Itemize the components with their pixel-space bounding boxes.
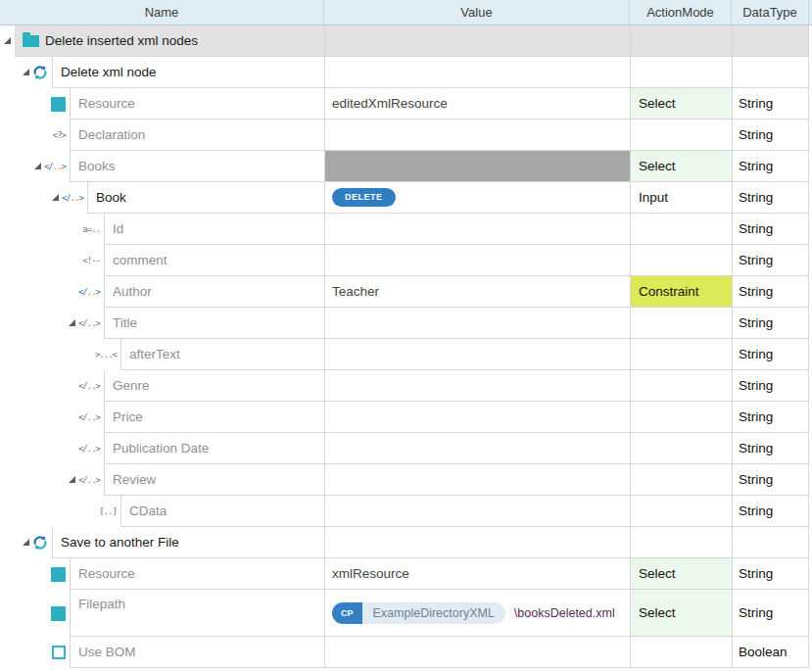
value-cell[interactable] xyxy=(324,339,630,370)
name-cell[interactable]: </..>Title xyxy=(0,308,324,339)
actionmode-cell[interactable]: Constraint xyxy=(630,276,732,308)
datatype-cell[interactable]: String xyxy=(732,120,809,151)
name-cell[interactable]: </..>Price xyxy=(0,402,324,433)
actionmode-cell[interactable] xyxy=(630,527,732,558)
datatype-cell[interactable]: String xyxy=(732,151,809,182)
actionmode-cell[interactable] xyxy=(630,370,732,402)
datatype-cell[interactable]: String xyxy=(732,370,809,402)
name-cell[interactable]: [..]CData xyxy=(0,496,324,527)
table-row[interactable]: <?>DeclarationString xyxy=(0,120,812,151)
actionmode-cell[interactable] xyxy=(630,245,732,276)
table-row[interactable]: >...<afterTextString xyxy=(0,339,812,370)
actionmode-cell[interactable]: Select xyxy=(630,558,732,590)
name-cell[interactable]: Delete xml node xyxy=(0,57,324,88)
actionmode-cell[interactable] xyxy=(630,433,732,464)
table-row[interactable]: Delete xml node xyxy=(0,57,812,88)
actionmode-cell[interactable]: Select xyxy=(630,151,732,182)
value-cell[interactable]: xmlResource xyxy=(324,558,630,590)
table-row[interactable]: </..>BookDELETEInputString xyxy=(0,182,812,214)
actionmode-cell[interactable] xyxy=(630,464,732,496)
datatype-cell[interactable]: String xyxy=(732,276,809,308)
value-cell[interactable] xyxy=(324,245,630,276)
table-row[interactable]: Use BOMBoolean xyxy=(0,637,812,668)
value-cell[interactable] xyxy=(324,214,630,245)
datatype-cell[interactable]: String xyxy=(732,88,809,120)
checkbox-unchecked-icon[interactable] xyxy=(52,646,66,659)
actionmode-cell[interactable]: Input xyxy=(630,182,732,214)
value-cell[interactable]: Teacher xyxy=(324,276,630,308)
cp-badge[interactable]: CP xyxy=(332,602,362,624)
datatype-cell[interactable]: String xyxy=(732,402,809,433)
column-header-name[interactable]: Name xyxy=(0,0,324,24)
value-cell[interactable] xyxy=(324,308,630,339)
table-row[interactable]: </..>ReviewString xyxy=(0,464,812,496)
name-cell[interactable]: Delete inserted xml nodes xyxy=(0,25,324,57)
cp-param-name[interactable]: ExampleDirectoryXML xyxy=(362,602,505,624)
actionmode-cell[interactable] xyxy=(630,402,732,433)
datatype-cell[interactable]: String xyxy=(732,558,809,590)
name-cell[interactable]: </..>Books xyxy=(0,151,324,182)
name-cell[interactable]: a=..Id xyxy=(0,214,324,245)
expander-expanded-icon[interactable] xyxy=(69,476,75,483)
expander-expanded-icon[interactable] xyxy=(69,319,75,326)
datatype-cell[interactable]: String xyxy=(732,182,809,214)
value-cell[interactable] xyxy=(324,433,630,464)
table-row[interactable]: <!--commentString xyxy=(0,245,812,276)
datatype-cell[interactable] xyxy=(732,25,809,57)
table-row[interactable]: Save to another File xyxy=(0,527,812,558)
column-header-datatype[interactable]: DataType xyxy=(732,0,809,24)
value-cell[interactable] xyxy=(324,496,630,527)
datatype-cell[interactable]: String xyxy=(732,433,809,464)
table-row[interactable]: </..>GenreString xyxy=(0,370,812,402)
table-row[interactable]: ResourceeditedXmlResourceSelectString xyxy=(0,88,812,120)
name-cell[interactable]: Resource xyxy=(0,88,324,120)
actionmode-cell[interactable]: Select xyxy=(630,590,732,637)
expander-expanded-icon[interactable] xyxy=(52,194,59,201)
name-cell[interactable]: Save to another File xyxy=(0,527,324,558)
value-cell[interactable] xyxy=(324,151,630,182)
value-cell[interactable] xyxy=(324,120,630,151)
actionmode-cell[interactable] xyxy=(630,496,732,527)
configuration-param-value[interactable]: CPExampleDirectoryXML xyxy=(332,602,505,624)
actionmode-cell[interactable] xyxy=(630,25,732,57)
value-cell[interactable]: DELETE xyxy=(324,182,630,214)
table-row[interactable]: a=..IdString xyxy=(0,214,812,245)
delete-action-badge[interactable]: DELETE xyxy=(332,188,396,207)
name-cell[interactable]: <!--comment xyxy=(0,245,324,276)
actionmode-cell[interactable] xyxy=(630,120,732,151)
actionmode-cell[interactable] xyxy=(630,214,732,245)
table-row[interactable]: </..>BooksSelectString xyxy=(0,151,812,182)
expander-expanded-icon[interactable] xyxy=(34,163,41,169)
table-row[interactable]: </..>TitleString xyxy=(0,308,812,339)
table-row[interactable]: </..>PriceString xyxy=(0,402,812,433)
column-header-value[interactable]: Value xyxy=(324,0,630,24)
name-cell[interactable]: </..>Author xyxy=(0,276,324,308)
value-cell[interactable] xyxy=(324,370,630,402)
column-header-actionmode[interactable]: ActionMode xyxy=(630,0,732,24)
name-cell[interactable]: Resource xyxy=(0,558,324,590)
datatype-cell[interactable]: String xyxy=(732,590,809,637)
table-row[interactable]: Delete inserted xml nodes xyxy=(0,25,812,57)
value-cell[interactable] xyxy=(324,637,630,668)
name-cell[interactable]: </..>Review xyxy=(0,464,324,496)
name-cell[interactable]: >...<afterText xyxy=(0,339,324,370)
table-row[interactable]: ResourcexmlResourceSelectString xyxy=(0,558,812,590)
table-row[interactable]: </..>Publication DateString xyxy=(0,433,812,464)
datatype-cell[interactable]: Boolean xyxy=(732,637,809,668)
datatype-cell[interactable]: String xyxy=(732,214,809,245)
datatype-cell[interactable] xyxy=(732,527,809,558)
actionmode-cell[interactable] xyxy=(630,637,732,668)
datatype-cell[interactable]: String xyxy=(732,496,809,527)
value-cell[interactable] xyxy=(324,527,630,558)
actionmode-cell[interactable] xyxy=(630,57,732,88)
name-cell[interactable]: </..>Publication Date xyxy=(0,433,324,464)
name-cell[interactable]: </..>Book xyxy=(0,182,324,214)
datatype-cell[interactable] xyxy=(732,57,809,88)
expander-expanded-icon[interactable] xyxy=(23,69,29,75)
value-cell[interactable] xyxy=(324,57,630,88)
table-row[interactable]: [..]CDataString xyxy=(0,496,812,527)
value-cell[interactable]: CPExampleDirectoryXML\booksDeleted.xml xyxy=(324,590,630,637)
name-cell[interactable]: </..>Genre xyxy=(0,370,324,402)
value-cell[interactable] xyxy=(324,402,630,433)
value-cell[interactable] xyxy=(324,25,630,57)
